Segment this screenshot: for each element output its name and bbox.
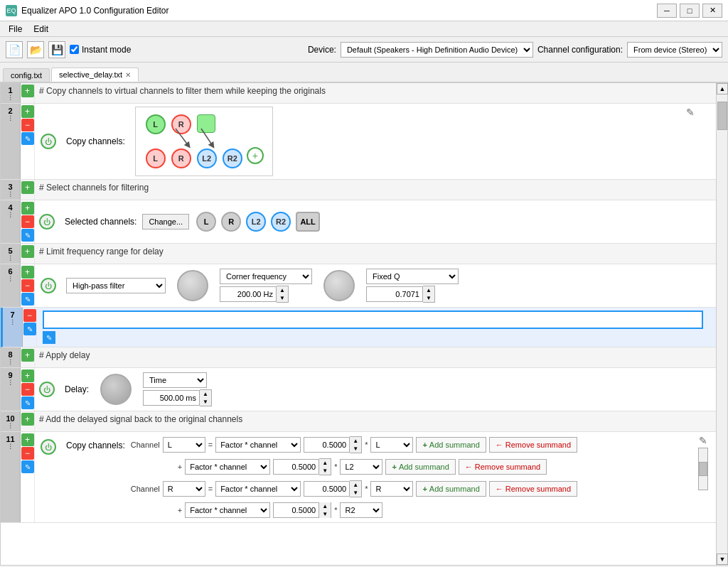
- row-6-power[interactable]: ⏻: [41, 278, 56, 293]
- ch-mix-2-factor-type[interactable]: Factor * channel: [185, 459, 270, 475]
- channel-config-select[interactable]: From device (Stereo): [627, 42, 722, 58]
- row-9-remove[interactable]: −: [21, 383, 34, 396]
- minimize-button[interactable]: ─: [657, 4, 677, 18]
- q-type-select[interactable]: Fixed Q: [366, 269, 459, 284]
- ch-mix-4-factor-down[interactable]: ▼: [319, 510, 331, 518]
- ch-mix-1-factor-input[interactable]: [304, 437, 350, 453]
- tab-selective-delay[interactable]: selective_delay.txt ✕: [51, 68, 139, 82]
- filter-text-input[interactable]: Filter: ON LP Fc 2000 Hz: [43, 310, 703, 329]
- corner-freq-select[interactable]: Corner frequency: [220, 269, 312, 284]
- ch-mix-4-src[interactable]: R2: [340, 502, 382, 518]
- row-4-remove[interactable]: −: [21, 215, 34, 228]
- ch-mix-3-dst[interactable]: R: [163, 481, 205, 497]
- row-7-expand[interactable]: ⋮: [9, 319, 16, 326]
- ch-sel-L2[interactable]: L2: [246, 212, 266, 232]
- row-3-expand[interactable]: ⋮: [7, 191, 14, 198]
- new-button[interactable]: 📄: [6, 41, 23, 58]
- ch-mix-3-add-summand[interactable]: + Add summand: [416, 481, 486, 497]
- freq-down[interactable]: ▼: [277, 294, 288, 302]
- instant-mode-checkbox[interactable]: [70, 45, 79, 54]
- row-11-expand[interactable]: ⋮: [7, 443, 14, 450]
- main-scroll-area[interactable]: 1 ⋮ + # Copy channels to virtual channel…: [1, 83, 716, 565]
- row-8-expand[interactable]: ⋮: [7, 359, 14, 366]
- filter-text-edit-icon[interactable]: ✎: [43, 331, 55, 344]
- ch-mix-2-src[interactable]: L2: [340, 459, 382, 475]
- scroll-thumb[interactable]: [717, 102, 727, 130]
- row-11-scrollbar[interactable]: [698, 448, 708, 490]
- filter-knob-1[interactable]: [177, 270, 208, 301]
- row-5-add[interactable]: +: [21, 245, 34, 258]
- ch-mix-3-factor-down[interactable]: ▼: [350, 489, 361, 497]
- row-4-edit[interactable]: ✎: [21, 229, 34, 242]
- ch-btn-L-bot[interactable]: L: [146, 148, 166, 168]
- row-2-expand[interactable]: ⋮: [7, 115, 14, 122]
- scroll-up-btn[interactable]: ▲: [717, 83, 728, 94]
- delay-input[interactable]: 500.00 ms: [143, 390, 200, 406]
- row-4-add[interactable]: +: [21, 202, 34, 215]
- ch-mix-4-factor-type[interactable]: Factor * channel: [185, 502, 270, 518]
- row-6-add[interactable]: +: [21, 266, 34, 279]
- filter-knob-2[interactable]: [323, 270, 355, 301]
- row-11-remove[interactable]: −: [21, 447, 34, 460]
- change-channels-btn[interactable]: Change...: [142, 214, 189, 230]
- freq-up[interactable]: ▲: [277, 286, 288, 294]
- close-button[interactable]: ✕: [702, 4, 722, 18]
- row-7-remove[interactable]: −: [23, 309, 36, 322]
- ch-mix-1-factor-up[interactable]: ▲: [350, 437, 361, 445]
- row-9-expand[interactable]: ⋮: [7, 379, 14, 387]
- tab-config[interactable]: config.txt: [3, 68, 50, 82]
- row-6-expand[interactable]: ⋮: [7, 276, 14, 283]
- row-2-add[interactable]: +: [21, 105, 34, 118]
- open-button[interactable]: 📂: [27, 41, 44, 58]
- maximize-button[interactable]: □: [680, 4, 700, 18]
- ch-mix-2-add-summand[interactable]: + Add summand: [385, 459, 455, 475]
- row-11-add[interactable]: +: [21, 433, 34, 446]
- ch-mix-3-factor-up[interactable]: ▲: [350, 481, 361, 489]
- ch-mix-1-factor-type[interactable]: Factor * channel: [215, 437, 301, 453]
- menu-file[interactable]: File: [3, 23, 28, 36]
- ch-mix-2-remove-summand[interactable]: ← Remove summand: [459, 459, 547, 475]
- q-input[interactable]: 0.7071: [366, 286, 423, 302]
- filter-type-select[interactable]: High-pass filter: [66, 278, 166, 293]
- row-11-power[interactable]: ⏻: [41, 439, 56, 455]
- ch-mix-1-remove-summand[interactable]: ← Remove summand: [489, 437, 577, 453]
- row-4-expand[interactable]: ⋮: [7, 212, 14, 219]
- row-2-remove[interactable]: −: [21, 119, 34, 131]
- row-11-pencil[interactable]: ✎: [699, 435, 707, 446]
- main-scrollbar[interactable]: ▲ ▼: [716, 83, 727, 565]
- ch-mix-4-factor-up[interactable]: ▲: [319, 502, 331, 510]
- row-9-add[interactable]: +: [21, 369, 34, 382]
- ch-mix-3-factor-type[interactable]: Factor * channel: [215, 481, 301, 497]
- delay-down[interactable]: ▼: [200, 398, 211, 406]
- row-5-expand[interactable]: ⋮: [7, 255, 14, 262]
- row-3-add[interactable]: +: [21, 181, 34, 194]
- scroll-down-btn[interactable]: ▼: [717, 554, 728, 565]
- ch-btn-R-bot[interactable]: R: [171, 148, 191, 168]
- ch-mix-1-dst[interactable]: L: [163, 437, 205, 453]
- row-2-power[interactable]: ⏻: [41, 134, 56, 149]
- row-2-pencil[interactable]: ✎: [686, 107, 695, 118]
- row-1-expand[interactable]: ⋮: [7, 94, 14, 102]
- ch-mix-1-add-summand[interactable]: + Add summand: [416, 437, 486, 453]
- ch-mix-1-factor-down[interactable]: ▼: [350, 445, 361, 453]
- add-channel-btn[interactable]: +: [247, 147, 264, 164]
- row-10-add[interactable]: +: [21, 413, 34, 426]
- freq-input[interactable]: 200.00 Hz: [220, 286, 277, 302]
- row-11-edit[interactable]: ✎: [21, 460, 34, 473]
- row-6-remove[interactable]: −: [21, 279, 34, 292]
- ch-mix-2-factor-input[interactable]: [273, 459, 319, 475]
- ch-mix-3-remove-summand[interactable]: ← Remove summand: [489, 481, 577, 497]
- delay-type-select[interactable]: Time: [143, 372, 207, 388]
- ch-mix-3-src[interactable]: R: [370, 481, 413, 497]
- ch-btn-L2-bot[interactable]: L2: [197, 148, 217, 168]
- menu-edit[interactable]: Edit: [28, 23, 54, 36]
- tab-close-selective-delay[interactable]: ✕: [125, 71, 131, 79]
- ch-mix-2-factor-down[interactable]: ▼: [319, 467, 331, 475]
- ch-mix-3-factor-input[interactable]: [304, 481, 350, 497]
- ch-sel-L[interactable]: L: [196, 212, 216, 232]
- row-7-edit[interactable]: ✎: [23, 323, 36, 335]
- delay-up[interactable]: ▲: [200, 390, 211, 398]
- ch-sel-ALL[interactable]: ALL: [296, 212, 320, 232]
- row-6-edit[interactable]: ✎: [21, 293, 34, 306]
- ch-mix-1-src[interactable]: L: [370, 437, 413, 453]
